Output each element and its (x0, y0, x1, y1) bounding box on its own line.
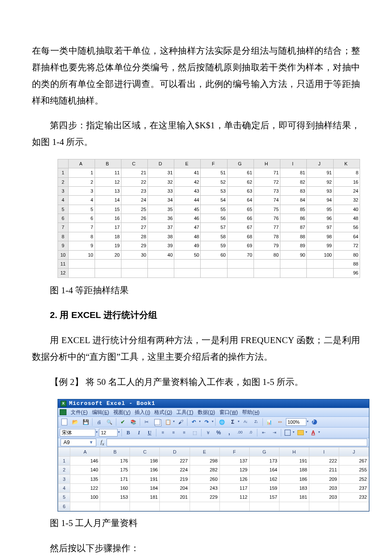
comma-style-icon[interactable] (225, 428, 234, 437)
cell[interactable]: 252 (339, 474, 369, 483)
cell[interactable]: 129 (219, 465, 249, 474)
menu-file[interactable]: 文件(F) (71, 408, 88, 417)
row-header[interactable]: 2 (58, 465, 70, 474)
col-header[interactable]: I (309, 447, 339, 456)
cell[interactable]: 171 (100, 474, 130, 483)
cell[interactable]: 222 (309, 457, 339, 465)
chevron-down-icon[interactable]: ▾ (293, 429, 294, 436)
name-box[interactable]: A9▼ (61, 439, 96, 446)
row-header[interactable]: 5 (58, 493, 70, 502)
col-header[interactable]: H (279, 447, 309, 456)
research-icon[interactable]: 📚 (129, 418, 138, 426)
formula-input[interactable] (107, 439, 367, 446)
cell[interactable]: 164 (249, 465, 279, 474)
menu-data[interactable]: 数据(D) (198, 408, 215, 417)
font-size-combobox[interactable]: 12 (99, 429, 118, 436)
cell[interactable] (100, 502, 130, 511)
cell[interactable]: 255 (339, 465, 369, 474)
chevron-down-icon[interactable]: ▼ (89, 439, 93, 447)
chart-wizard-icon[interactable] (265, 418, 274, 426)
increase-decimal-icon[interactable]: .00 (235, 428, 245, 437)
cell[interactable]: 232 (339, 493, 369, 502)
col-header[interactable]: J (339, 447, 369, 456)
cell[interactable]: 196 (130, 465, 160, 474)
col-header[interactable]: G (249, 447, 279, 456)
chevron-down-icon[interactable]: ▾ (212, 419, 213, 425)
sort-asc-icon[interactable] (241, 418, 250, 426)
hyperlink-icon[interactable] (217, 418, 227, 426)
cell[interactable]: 191 (130, 474, 160, 483)
row-header[interactable]: 6 (58, 502, 70, 511)
cell[interactable] (279, 502, 309, 511)
cell[interactable]: 175 (100, 465, 130, 474)
menu-window[interactable]: 窗口(W) (219, 408, 238, 417)
col-header[interactable]: E (190, 447, 219, 456)
cell[interactable]: 173 (249, 457, 279, 465)
font-color-icon[interactable] (308, 428, 318, 437)
chevron-down-icon[interactable]: ▾ (307, 419, 308, 425)
cell[interactable]: 260 (190, 474, 219, 483)
cut-icon[interactable] (142, 418, 151, 426)
cell[interactable]: 184 (130, 484, 160, 493)
menu-help[interactable]: 帮助(H) (242, 408, 259, 417)
cell[interactable]: 181 (130, 493, 160, 502)
cell[interactable]: 243 (190, 484, 219, 493)
chevron-down-icon[interactable]: ▾ (306, 429, 307, 436)
cell[interactable]: 204 (160, 484, 190, 493)
italic-icon[interactable]: I (134, 428, 144, 437)
cell[interactable]: 219 (160, 474, 190, 483)
cell[interactable]: 137 (219, 457, 249, 465)
cell[interactable]: 201 (160, 493, 190, 502)
zoom-combobox[interactable]: 100% (286, 418, 306, 426)
row-header[interactable]: 1 (58, 457, 70, 465)
cell[interactable]: 122 (70, 484, 100, 493)
cell[interactable]: 153 (100, 493, 130, 502)
cell[interactable]: 140 (70, 465, 100, 474)
cell[interactable] (309, 502, 339, 511)
autosum-icon[interactable] (228, 418, 237, 426)
cell[interactable]: 135 (70, 474, 100, 483)
cell[interactable]: 227 (160, 457, 190, 465)
save-icon[interactable] (81, 418, 90, 426)
print-icon[interactable] (94, 418, 104, 426)
menu-tools[interactable]: 工具(T) (176, 408, 193, 417)
cell[interactable]: 157 (249, 493, 279, 502)
col-header[interactable]: F (219, 447, 249, 456)
cell[interactable]: 282 (190, 465, 219, 474)
fx-icon[interactable]: fx (101, 437, 104, 448)
cell[interactable]: 160 (100, 484, 130, 493)
print-preview-icon[interactable] (105, 418, 114, 426)
decrease-indent-icon[interactable]: ⇤ (259, 428, 268, 437)
row-header[interactable]: 3 (58, 474, 70, 483)
col-header[interactable]: B (100, 447, 130, 456)
undo-icon[interactable] (189, 418, 199, 426)
cell[interactable]: 117 (219, 484, 249, 493)
cell[interactable] (160, 502, 190, 511)
col-header[interactable]: D (160, 447, 190, 456)
chevron-down-icon[interactable]: ▾ (173, 419, 175, 425)
decrease-decimal-icon[interactable]: .0 (246, 428, 255, 437)
cell[interactable]: 176 (100, 457, 130, 465)
chevron-down-icon[interactable]: ▾ (118, 429, 120, 436)
cell[interactable] (339, 502, 369, 511)
cell[interactable]: 188 (279, 465, 309, 474)
cell[interactable]: 183 (279, 484, 309, 493)
copy-icon[interactable] (153, 418, 162, 426)
select-all-corner[interactable] (58, 447, 70, 456)
align-left-icon[interactable]: ≡ (158, 428, 167, 437)
cell[interactable]: 237 (339, 484, 369, 493)
menu-view[interactable]: 视图(V) (113, 408, 130, 417)
currency-icon[interactable] (203, 428, 213, 437)
spellcheck-icon[interactable] (118, 418, 127, 426)
cell[interactable] (130, 502, 160, 511)
cell[interactable]: 191 (279, 457, 309, 465)
bold-icon[interactable]: B (124, 428, 133, 437)
underline-icon[interactable]: U (145, 428, 154, 437)
cell[interactable]: 146 (70, 457, 100, 465)
align-center-icon[interactable]: ≡ (169, 428, 178, 437)
cell[interactable] (219, 502, 249, 511)
chevron-down-icon[interactable]: ▾ (318, 429, 320, 436)
cell[interactable]: 203 (309, 484, 339, 493)
fill-color-icon[interactable] (296, 428, 305, 437)
chevron-down-icon[interactable]: ▾ (96, 429, 98, 436)
